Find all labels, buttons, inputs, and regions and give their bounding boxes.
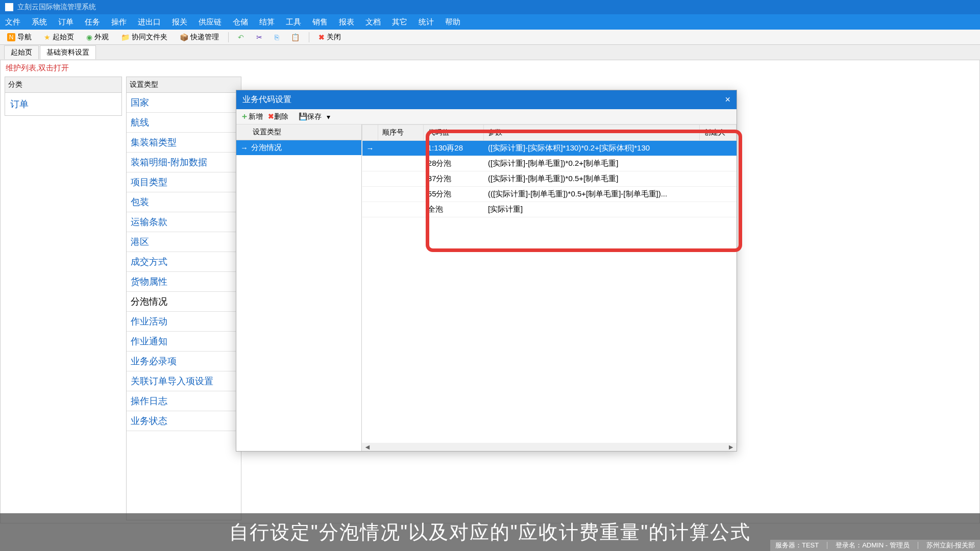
- type-item[interactable]: 货物属性: [127, 272, 241, 292]
- menu-task[interactable]: 任务: [85, 17, 100, 27]
- menubar: 文件 系统 订单 任务 操作 进出口 报关 供应链 仓储 结算 工具 销售 报表…: [0, 14, 980, 30]
- menu-file[interactable]: 文件: [5, 17, 20, 27]
- th-creator[interactable]: 创建人: [699, 125, 736, 141]
- category-item[interactable]: 订单: [5, 93, 121, 115]
- type-item[interactable]: 关联订单导入项设置: [127, 371, 241, 391]
- table-row[interactable]: 28分泡 ([实际计重]-[制单毛重])*0.2+[制单毛重]: [362, 156, 737, 171]
- cell-param: ([实际计重]-[制单毛重])*0.5+[制单毛重]: [484, 171, 699, 187]
- type-item[interactable]: 业务状态: [127, 411, 241, 431]
- type-item-selected[interactable]: 分泡情况: [127, 292, 241, 312]
- add-button[interactable]: ＋新增: [240, 111, 263, 122]
- menu-customs[interactable]: 报关: [172, 17, 187, 27]
- type-item[interactable]: 作业通知: [127, 332, 241, 352]
- close-label: 关闭: [327, 33, 341, 42]
- add-label: 新增: [249, 112, 263, 120]
- nav-icon: N: [7, 33, 15, 41]
- menu-other[interactable]: 其它: [392, 17, 407, 27]
- folder-icon: 📁: [121, 33, 130, 41]
- undo-button[interactable]: ↶: [235, 32, 247, 42]
- look-button[interactable]: ◉外观: [83, 32, 112, 43]
- type-item[interactable]: 项目类型: [127, 172, 241, 192]
- table-row[interactable]: → 1:130再28 ([实际计重]-[实际体积]*130)*0.2+[实际体积…: [362, 141, 737, 156]
- cell-param: [实际计重]: [484, 202, 699, 217]
- th-seq[interactable]: 顺序号: [378, 125, 424, 141]
- type-header: 设置类型: [127, 77, 241, 93]
- copy-button[interactable]: ⎘: [272, 32, 282, 42]
- package-icon: 📦: [180, 33, 188, 41]
- paste-button[interactable]: 📋: [288, 32, 303, 42]
- menu-doc[interactable]: 文档: [365, 17, 381, 27]
- table-row[interactable]: 55分泡 (([实际计重]-[制单毛重])*0.5+[制单毛重]-[制单毛重])…: [362, 187, 737, 202]
- dialog-left-row[interactable]: → 分泡情况: [236, 140, 361, 155]
- hint-text: 维护列表,双击打开: [1, 60, 979, 76]
- scroll-right-icon[interactable]: ►: [725, 443, 737, 451]
- main-toolbar: N导航 ★起始页 ◉外观 📁协同文件夹 📦快递管理 ↶ ✂ ⎘ 📋 ✖关闭: [0, 30, 980, 45]
- scroll-left-icon[interactable]: ◄: [362, 443, 373, 451]
- dialog-close-button[interactable]: ×: [725, 94, 730, 105]
- tab-home[interactable]: 起始页: [4, 45, 39, 59]
- type-item[interactable]: 运输条款: [127, 212, 241, 232]
- type-item[interactable]: 成交方式: [127, 252, 241, 272]
- menu-importexport[interactable]: 进出口: [138, 17, 161, 27]
- type-item[interactable]: 国家: [127, 93, 241, 113]
- code-table: 顺序号 代码值 参数 创建人 → 1:130再28 ([实际计重]-[实际体积]…: [362, 124, 737, 217]
- menu-supply[interactable]: 供应链: [199, 17, 222, 27]
- titlebar: 立刻云国际物流管理系统: [0, 0, 980, 14]
- cell-param: ([实际计重]-[实际体积]*130)*0.2+[实际体积]*130: [484, 141, 699, 156]
- menu-tools[interactable]: 工具: [286, 17, 301, 27]
- horizontal-scrollbar[interactable]: ◄ ►: [362, 443, 737, 451]
- status-bar: 服务器：TEST 登录名：ADMIN - 管理员 苏州立刻-报关部: [770, 540, 980, 551]
- menu-help[interactable]: 帮助: [445, 17, 460, 27]
- arrow-icon: →: [366, 144, 374, 153]
- menu-warehouse[interactable]: 仓储: [233, 17, 248, 27]
- tabbar: 起始页 基础资料设置: [0, 45, 980, 60]
- table-row[interactable]: 37分泡 ([实际计重]-[制单毛重])*0.5+[制单毛重]: [362, 171, 737, 187]
- copy-icon: ⎘: [275, 33, 279, 41]
- collab-label: 协同文件夹: [132, 33, 167, 42]
- th-code[interactable]: 代码值: [424, 125, 484, 141]
- menu-report[interactable]: 报表: [339, 17, 354, 27]
- close-icon: ✖: [318, 33, 325, 41]
- home-button[interactable]: ★起始页: [41, 32, 77, 43]
- dialog-left-panel: 设置类型 → 分泡情况: [236, 124, 362, 451]
- menu-system[interactable]: 系统: [32, 17, 47, 27]
- collab-button[interactable]: 📁协同文件夹: [118, 32, 170, 43]
- tab-settings[interactable]: 基础资料设置: [40, 45, 96, 59]
- dialog-title: 业务代码设置: [242, 94, 291, 105]
- cell-code: 1:130再28: [424, 141, 484, 156]
- dialog-body: 设置类型 → 分泡情况 顺序号 代码值 参数 创建人: [236, 124, 737, 451]
- menu-order[interactable]: 订单: [58, 17, 74, 27]
- save-dropdown[interactable]: ▾: [327, 113, 330, 121]
- nav-label: 导航: [17, 33, 32, 42]
- status-login: 登录名：ADMIN - 管理员: [836, 541, 909, 550]
- type-item[interactable]: 装箱明细-附加数据: [127, 153, 241, 172]
- save-button[interactable]: 💾保存: [299, 112, 322, 121]
- type-item[interactable]: 港区: [127, 232, 241, 252]
- th-param[interactable]: 参数: [484, 125, 699, 141]
- type-item[interactable]: 作业活动: [127, 312, 241, 332]
- dialog-titlebar[interactable]: 业务代码设置 ×: [236, 90, 737, 109]
- cell-param: (([实际计重]-[制单毛重])*0.5+[制单毛重]-[制单毛重])...: [484, 187, 699, 202]
- type-item[interactable]: 业务必录项: [127, 352, 241, 371]
- table-row[interactable]: 全泡 [实际计重]: [362, 202, 737, 217]
- type-item[interactable]: 操作日志: [127, 391, 241, 411]
- type-item[interactable]: 航线: [127, 113, 241, 133]
- cell-code: 28分泡: [424, 156, 484, 171]
- close-button[interactable]: ✖关闭: [315, 32, 344, 43]
- cut-button[interactable]: ✂: [253, 32, 265, 42]
- menu-sales[interactable]: 销售: [312, 17, 328, 27]
- menu-stats[interactable]: 统计: [419, 17, 434, 27]
- status-branch: 苏州立刻-报关部: [926, 541, 975, 550]
- menu-settle[interactable]: 结算: [259, 17, 275, 27]
- save-icon: 💾: [299, 112, 307, 120]
- type-item[interactable]: 包装: [127, 192, 241, 212]
- type-item[interactable]: 集装箱类型: [127, 133, 241, 153]
- nav-button[interactable]: N导航: [4, 32, 35, 43]
- status-server: 服务器：TEST: [775, 541, 819, 550]
- menu-operate[interactable]: 操作: [111, 17, 127, 27]
- express-button[interactable]: 📦快递管理: [177, 32, 222, 43]
- dialog-toolbar: ＋新增 ✖删除 💾保存 ▾: [236, 109, 737, 124]
- category-panel: 分类 订单: [5, 77, 122, 116]
- th-arrow: [362, 125, 378, 141]
- delete-button[interactable]: ✖删除: [268, 112, 288, 121]
